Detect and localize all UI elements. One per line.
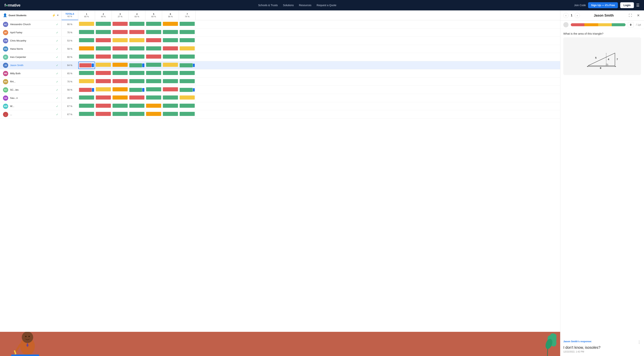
check-icon: ✓ — [56, 113, 58, 116]
nav-resources[interactable]: Resources — [299, 4, 312, 7]
total-cell: 70 % — [62, 79, 78, 84]
nav-quote[interactable]: Request a Quote — [316, 4, 336, 7]
bar-cell-7 — [179, 103, 196, 110]
table-row[interactable]: JS Jason Smith ✓ 64 % — [0, 61, 560, 69]
close-panel-button[interactable]: ✕ — [636, 13, 641, 18]
student-cell[interactable]: MB Milly Both ✓ — [0, 70, 62, 77]
total-cell: 67 % — [62, 104, 78, 109]
table-row[interactable]: WB W... ✓ 67 % — [0, 102, 560, 110]
total-cell: 53 % — [62, 38, 78, 43]
score-input[interactable] — [628, 22, 634, 27]
avatar: JS — [3, 63, 8, 68]
gradient-bar — [571, 23, 626, 26]
student-cell[interactable]: HN Hana Norris ✓ — [0, 45, 62, 53]
student-cell[interactable]: .. ... ✓ — [0, 111, 62, 118]
more-options-button[interactable]: ⋮ — [637, 340, 641, 344]
expand-button[interactable]: ⛶ — [628, 13, 633, 18]
col-header-4[interactable]: 4 83 % — [128, 10, 145, 20]
student-cell[interactable]: JS Jason Smith ✓ — [0, 62, 62, 69]
bar-cell-2 — [95, 87, 112, 93]
student-name: ... — [10, 113, 12, 116]
dropdown-caret-icon[interactable]: ▾ — [57, 14, 58, 16]
bar-cell-3 — [112, 29, 128, 36]
col-header-2[interactable]: 2 64 % — [95, 10, 112, 20]
total-cell: 56 % — [62, 87, 78, 92]
score-bar-container: / 1pt — [560, 21, 644, 29]
total-cell: 49 % — [62, 96, 78, 101]
table-row[interactable]: IC Ines Carpenter ✓ 60 % — [0, 53, 560, 61]
bar-cell-2 — [95, 54, 112, 60]
bar-cell-1 — [78, 29, 95, 36]
svg-marker-19 — [586, 66, 588, 67]
col-header-3[interactable]: 3 27 % — [112, 10, 128, 20]
score-toggle[interactable] — [563, 22, 568, 27]
bar-cell-2 — [95, 111, 112, 118]
student-name: Sau...n — [10, 97, 18, 99]
grid-scroll-area[interactable]: 👤 Guest Students ⚡ ▾ TOTALS 62 % 1 65 % … — [0, 10, 560, 332]
logo[interactable]: f●rmative — [4, 3, 20, 7]
bar-cell-7 — [179, 70, 196, 77]
prev-page-button[interactable]: ‹ — [563, 13, 568, 18]
bar-cell-3 — [112, 70, 128, 77]
table-row[interactable]: AF April Farley ✓ 70 % — [0, 28, 560, 37]
bar-cell-4 — [128, 87, 145, 93]
bar-cell-3 — [112, 95, 128, 101]
svg-text:8: 8 — [600, 67, 601, 69]
next-page-button[interactable]: › — [575, 13, 580, 18]
bar-cell-6 — [162, 78, 179, 85]
table-row[interactable]: SC SC...les ✓ 56 % — [0, 86, 560, 94]
student-name: W... — [10, 105, 14, 108]
table-row[interactable]: HN Hana Norris ✓ 58 % — [0, 45, 560, 53]
student-name: Jason Smith — [10, 64, 24, 67]
bottom-illustration — [0, 332, 560, 356]
table-row[interactable]: .. ... ✓ 67 % — [0, 110, 560, 119]
student-cell[interactable]: RH RH... ✓ — [0, 78, 62, 85]
bar-cell-6 — [162, 62, 179, 69]
student-cell[interactable]: AF April Farley ✓ — [0, 29, 62, 36]
avatar: HN — [3, 46, 8, 51]
bar-cell-5 — [145, 87, 162, 93]
col-header-7[interactable]: 7 74 % — [179, 10, 196, 20]
bar-cell-selected[interactable] — [78, 62, 95, 69]
svg-text:5: 5 — [595, 56, 596, 59]
right-panel-header: ‹ 1 › Jason Smith ⛶ ✕ — [560, 10, 644, 21]
bar-cell-3 — [112, 87, 128, 93]
nav-schools[interactable]: Schools & Trusts — [258, 4, 278, 7]
table-row[interactable]: MB Milly Both ✓ 65 % — [0, 69, 560, 78]
bar-cell-4 — [128, 46, 145, 52]
signup-button[interactable]: Sign Up — it's Free — [588, 2, 618, 8]
col-header-1[interactable]: 1 65 % — [78, 10, 95, 20]
bar-cell-7 — [179, 46, 196, 52]
table-row[interactable]: RH RH... ✓ 70 % — [0, 78, 560, 86]
bar-cell-7 — [179, 78, 196, 85]
student-cell[interactable]: WB W... ✓ — [0, 103, 62, 110]
check-icon: ✓ — [56, 88, 58, 91]
table-row[interactable]: CM Chris Mccarthy ✓ 53 % — [0, 37, 560, 45]
bar-cell-5 — [145, 29, 162, 36]
total-cell: 66 % — [62, 22, 78, 27]
bar-cell-7 — [179, 21, 196, 28]
menu-button[interactable]: ☰ — [636, 3, 640, 7]
bar-cell-2 — [95, 78, 112, 85]
col-header-totals[interactable]: TOTALS 62 % — [62, 10, 78, 20]
bar-cell-4 — [128, 54, 145, 60]
bar-cell-5 — [145, 70, 162, 77]
join-code-button[interactable]: Join Code — [574, 4, 586, 7]
bolt-icon[interactable]: ⚡ — [52, 13, 56, 17]
nav-solutions[interactable]: Solutions — [283, 4, 294, 7]
student-cell[interactable]: SC SC...les ✓ — [0, 86, 62, 94]
table-row[interactable]: AC Alessandro Church ✓ 66 % — [0, 20, 560, 28]
col-header-5[interactable]: 5 60 % — [145, 10, 162, 20]
student-cell[interactable]: IC Ines Carpenter ✓ — [0, 53, 62, 61]
student-name: Chris Mccarthy — [10, 39, 26, 42]
bar-cell-5 — [145, 46, 162, 52]
col-header-6[interactable]: 6 56 % — [162, 10, 179, 20]
student-cell[interactable]: CM Chris Mccarthy ✓ — [0, 37, 62, 44]
check-icon: ✓ — [56, 72, 58, 75]
bar-cell-6 — [162, 29, 179, 36]
student-cell[interactable]: SB Sau...n ✓ — [0, 94, 62, 102]
student-cell[interactable]: AC Alessandro Church ✓ — [0, 21, 62, 28]
table-row[interactable]: SB Sau...n ✓ 49 % — [0, 94, 560, 102]
check-icon: ✓ — [56, 105, 58, 108]
login-button[interactable]: Login — [620, 2, 634, 8]
